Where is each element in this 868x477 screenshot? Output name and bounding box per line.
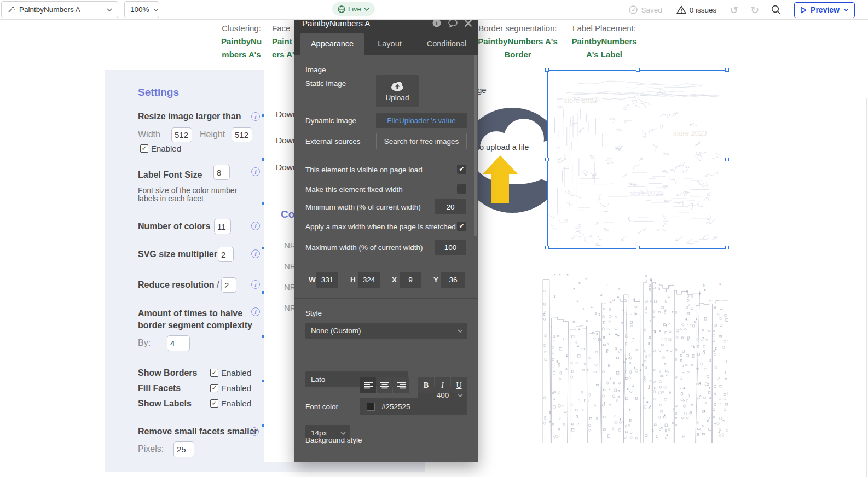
group-edge-handle[interactable] [262, 114, 264, 117]
warning-triangle-icon [676, 5, 686, 14]
upload-button[interactable]: Upload [376, 75, 419, 107]
svg-text:1: 1 [656, 435, 658, 438]
selected-image-element[interactable]: store 2023store 2023store 2023 [547, 70, 728, 249]
show-labels-label: Show Labels [138, 399, 192, 409]
max-width-input[interactable] [435, 240, 466, 255]
group-edge-handle[interactable] [262, 424, 264, 427]
element-picker-dropdown[interactable]: PaintbyNumbers A [1, 1, 118, 18]
svg-text:3: 3 [609, 300, 611, 304]
live-environment-badge[interactable]: Live [332, 2, 375, 16]
svg-text:6: 6 [699, 293, 702, 296]
selection-handle[interactable] [725, 246, 729, 249]
bold-button[interactable]: B [418, 377, 434, 393]
num-colors-info-icon[interactable]: i [251, 222, 260, 230]
selection-handle[interactable] [636, 68, 640, 72]
svg-text:1: 1 [649, 319, 651, 323]
comment-icon[interactable] [448, 19, 458, 27]
show-borders-checkbox[interactable]: ✓ [210, 369, 218, 377]
svg-text:0: 0 [645, 275, 647, 278]
undo-icon[interactable]: ↺ [730, 4, 738, 16]
label-font-size-input[interactable] [213, 165, 230, 180]
element-picker-value: PaintbyNumbers A [19, 5, 103, 14]
selection-handle[interactable] [636, 246, 640, 249]
svg-text:8: 8 [686, 290, 688, 293]
skyline-image-element[interactable]: 4845820707367272934108171624777808319385… [542, 268, 728, 444]
text-style-group: B I U [418, 377, 467, 393]
reduce-input[interactable] [221, 277, 236, 293]
modal-scrollbar[interactable] [474, 55, 477, 236]
svg-text:9: 9 [719, 282, 721, 286]
page-scrollbar[interactable] [866, 98, 867, 477]
chevron-down-icon [458, 329, 463, 333]
svg-text:5: 5 [681, 392, 684, 395]
svg-text:6: 6 [578, 281, 581, 284]
y-input[interactable] [441, 272, 465, 288]
search-free-images-button[interactable]: Search for free images [376, 133, 467, 149]
group-edge-handle[interactable] [262, 158, 264, 161]
svg-text:6: 6 [586, 319, 588, 323]
x-input[interactable] [400, 272, 421, 288]
svg-mult-input[interactable] [218, 247, 234, 262]
align-center-button[interactable] [377, 377, 392, 393]
font-color-swatch[interactable] [367, 403, 375, 411]
resize-info-icon[interactable]: i [251, 112, 260, 121]
style-dropdown[interactable]: None (Custom) [305, 323, 467, 339]
min-width-label: Minimum width (% of current width) [305, 203, 421, 211]
svg-text:4: 4 [665, 324, 667, 327]
label-font-size-info-icon[interactable]: i [251, 167, 260, 176]
italic-button[interactable]: I [435, 377, 450, 393]
group-edge-handle[interactable] [262, 291, 264, 294]
group-edge-handle[interactable] [262, 202, 264, 205]
height-input[interactable] [232, 127, 252, 142]
preview-button[interactable]: Preview [794, 2, 855, 18]
align-right-button[interactable] [393, 377, 409, 393]
static-image-label: Static image [305, 79, 346, 88]
group-edge-handle[interactable] [262, 247, 264, 249]
search-icon[interactable] [771, 5, 781, 15]
apply-max-width-checkbox[interactable]: ✔ [457, 222, 466, 231]
selection-handle[interactable] [545, 158, 549, 161]
close-icon[interactable] [465, 20, 472, 27]
selection-handle[interactable] [725, 68, 729, 72]
resize-enabled-checkbox[interactable]: ✓ [140, 144, 148, 153]
live-label: Live [348, 5, 361, 13]
tab-conditional[interactable]: Conditional [419, 33, 474, 55]
redo-icon[interactable]: ↻ [750, 4, 759, 16]
issues-status[interactable]: 0 issues [676, 5, 717, 14]
halve-info-icon[interactable]: i [251, 307, 260, 316]
selection-handle[interactable] [725, 158, 729, 161]
tab-appearance[interactable]: Appearance [300, 33, 364, 55]
width-input[interactable] [171, 127, 192, 142]
show-labels-checkbox[interactable]: ✓ [210, 399, 218, 408]
zoom-dropdown[interactable]: 100% [124, 1, 159, 18]
dynamic-image-value[interactable]: FileUploader 's value [376, 113, 467, 128]
reduce-info-icon[interactable]: i [251, 280, 260, 289]
align-left-button[interactable] [360, 377, 376, 393]
saved-check-icon [629, 5, 638, 14]
underline-button[interactable]: U [451, 377, 467, 393]
by-input[interactable] [167, 335, 190, 351]
info-icon[interactable]: i [432, 19, 441, 27]
selection-handle[interactable] [545, 246, 549, 249]
h-input[interactable] [358, 272, 380, 288]
svg-text:7: 7 [661, 337, 663, 340]
visible-on-load-checkbox[interactable]: ✔ [457, 165, 466, 174]
svg-text:1: 1 [704, 409, 706, 412]
pixels-input[interactable] [173, 441, 194, 457]
selection-handle[interactable] [545, 68, 549, 72]
num-colors-input[interactable] [214, 219, 231, 234]
tab-layout[interactable]: Layout [368, 33, 412, 55]
uploader-text-fragment[interactable]: o upload a file [479, 143, 529, 152]
svg-mult-info-icon[interactable]: i [251, 249, 260, 258]
min-width-input[interactable] [435, 199, 466, 214]
fill-facets-checkbox[interactable]: ✓ [210, 384, 218, 392]
fixed-width-checkbox[interactable] [457, 184, 466, 194]
svg-text:0: 0 [714, 306, 716, 309]
group-edge-handle[interactable] [262, 380, 264, 382]
group-edge-handle[interactable] [262, 335, 264, 338]
svg-text:5: 5 [573, 288, 575, 291]
remove-small-info-icon[interactable]: i [250, 427, 259, 436]
w-input[interactable] [316, 272, 338, 288]
font-color-field[interactable]: #252525 [360, 398, 467, 415]
svg-text:7: 7 [672, 311, 674, 314]
